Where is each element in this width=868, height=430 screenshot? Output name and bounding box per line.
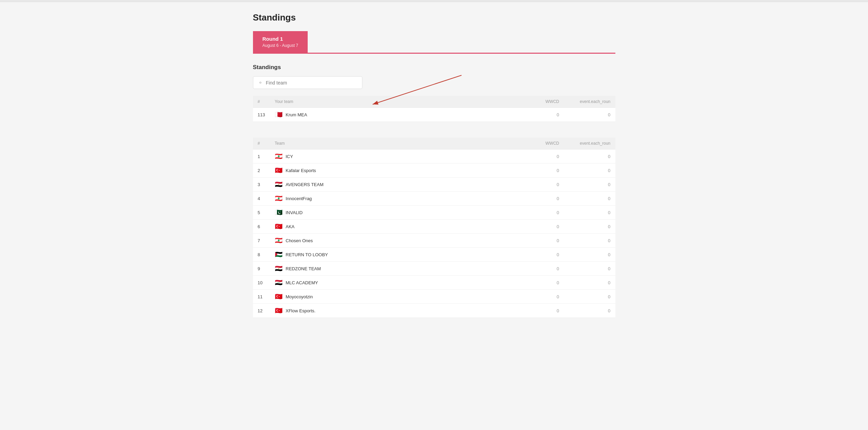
rank-cell: 12 — [253, 304, 270, 318]
wwcd-cell: 0 — [523, 206, 564, 220]
table-row: 4 🇱🇧 InnocentFrag 0 0 — [253, 192, 615, 206]
main-col-each: event.each_roun — [564, 138, 615, 149]
table-row: 9 🇪🇬 REDZONE TEAM 0 0 — [253, 262, 615, 276]
table-row: 3 🇪🇬 AVENGERS TEAM 0 0 — [253, 178, 615, 192]
rank-cell: 113 — [253, 108, 270, 122]
your-team-col-wwcd: WWCD — [523, 96, 564, 108]
page-title: Standings — [253, 12, 615, 23]
table-row: 12 🇹🇷 XFlow Esports. 0 0 — [253, 304, 615, 318]
team-cell: 🇹🇷 XFlow Esports. — [270, 304, 523, 318]
your-team-table: # Your team WWCD event.each_roun 113 🇧🇭 … — [253, 96, 615, 122]
team-flag: 🇵🇰 — [275, 210, 282, 215]
table-row: 5 🇵🇰 INVALID 0 0 — [253, 206, 615, 220]
wwcd-cell: 0 — [523, 164, 564, 178]
rank-cell: 8 — [253, 248, 270, 262]
rank-cell: 5 — [253, 206, 270, 220]
team-cell: 🇱🇧 InnocentFrag — [270, 192, 523, 206]
round-tab-1[interactable]: Round 1 August 6 - August 7 — [253, 31, 308, 53]
team-flag: 🇵🇸 — [275, 252, 282, 257]
team-name: RETURN TO LOOBY — [286, 252, 328, 257]
each-round-cell: 0 — [564, 290, 615, 304]
table-row: 8 🇵🇸 RETURN TO LOOBY 0 0 — [253, 248, 615, 262]
wwcd-cell: 0 — [523, 276, 564, 290]
main-col-wwcd: WWCD — [523, 138, 564, 149]
search-icon: ⚬ — [258, 79, 263, 86]
your-team-header-row: # Your team WWCD event.each_roun — [253, 96, 615, 108]
wwcd-cell: 0 — [523, 234, 564, 248]
team-name: ICY — [286, 154, 293, 159]
team-flag: 🇹🇷 — [275, 168, 282, 173]
round-tab-label: Round 1 — [263, 36, 298, 42]
each-round-cell: 0 — [564, 234, 615, 248]
wwcd-cell: 0 — [523, 262, 564, 276]
table-row: 11 🇹🇷 Moyocoyotzin 0 0 — [253, 290, 615, 304]
rounds-bar: Round 1 August 6 - August 7 — [253, 31, 615, 54]
wwcd-cell: 0 — [523, 220, 564, 234]
main-header-row: # Team WWCD event.each_roun — [253, 138, 615, 149]
each-round-cell: 0 — [564, 262, 615, 276]
wwcd-cell: 0 — [523, 192, 564, 206]
rank-cell: 10 — [253, 276, 270, 290]
wwcd-cell: 0 — [523, 304, 564, 318]
wwcd-cell: 0 — [523, 149, 564, 164]
rank-cell: 4 — [253, 192, 270, 206]
team-name: Moyocoyotzin — [286, 294, 313, 299]
table-row: 2 🇹🇷 Kafalar Esports 0 0 — [253, 164, 615, 178]
team-name: AVENGERS TEAM — [286, 182, 324, 187]
each-round-cell: 0 — [564, 164, 615, 178]
rank-cell: 6 — [253, 220, 270, 234]
team-flag: 🇹🇷 — [275, 308, 282, 313]
team-name: MLC ACADEMY — [286, 280, 318, 285]
each-round-cell: 0 — [564, 220, 615, 234]
main-col-team: Team — [270, 138, 523, 149]
rank-cell: 7 — [253, 234, 270, 248]
each-round-cell: 0 — [564, 206, 615, 220]
team-cell: 🇹🇷 Moyocoyotzin — [270, 290, 523, 304]
team-cell: 🇹🇷 Kafalar Esports — [270, 164, 523, 178]
rank-cell: 1 — [253, 149, 270, 164]
each-round-cell: 0 — [564, 304, 615, 318]
wwcd-cell: 0 — [523, 290, 564, 304]
your-team-col-rank: # — [253, 96, 270, 108]
your-team-col-name: Your team — [270, 96, 523, 108]
team-name: REDZONE TEAM — [286, 266, 321, 271]
team-cell: 🇱🇧 ICY — [270, 149, 523, 164]
table-row: 1 🇱🇧 ICY 0 0 — [253, 149, 615, 164]
team-name: INVALID — [286, 210, 303, 215]
team-name: InnocentFrag — [286, 196, 312, 201]
main-standings-table: # Team WWCD event.each_roun 1 🇱🇧 ICY 0 0… — [253, 138, 615, 318]
each-round-cell: 0 — [564, 178, 615, 192]
each-round-cell: 0 — [564, 108, 615, 122]
rank-cell: 3 — [253, 178, 270, 192]
team-flag: 🇱🇧 — [275, 154, 282, 159]
search-box[interactable]: ⚬ — [253, 76, 362, 89]
team-flag: 🇧🇭 — [275, 112, 282, 117]
section-title: Standings — [253, 64, 615, 71]
team-name: XFlow Esports. — [286, 308, 316, 313]
rank-cell: 2 — [253, 164, 270, 178]
table-row: 6 🇹🇷 AKA 0 0 — [253, 220, 615, 234]
team-cell: 🇪🇬 REDZONE TEAM — [270, 262, 523, 276]
team-cell: 🇹🇷 AKA — [270, 220, 523, 234]
wwcd-cell: 0 — [523, 178, 564, 192]
your-team-row: 113 🇧🇭 Krum MEA 0 0 — [253, 108, 615, 122]
wwcd-cell: 0 — [523, 248, 564, 262]
team-name: Kafalar Esports — [286, 168, 316, 173]
team-flag: 🇱🇧 — [275, 196, 282, 201]
each-round-cell: 0 — [564, 149, 615, 164]
team-flag: 🇹🇷 — [275, 224, 282, 229]
each-round-cell: 0 — [564, 248, 615, 262]
team-flag: 🇱🇧 — [275, 238, 282, 243]
round-tab-date: August 6 - August 7 — [263, 43, 298, 48]
team-cell: 🇱🇧 Chosen Ones — [270, 234, 523, 248]
team-cell: 🇵🇸 RETURN TO LOOBY — [270, 248, 523, 262]
each-round-cell: 0 — [564, 276, 615, 290]
team-flag: 🇪🇬 — [275, 182, 282, 187]
table-row: 7 🇱🇧 Chosen Ones 0 0 — [253, 234, 615, 248]
team-flag: 🇮🇶 — [275, 280, 282, 285]
team-name: Chosen Ones — [286, 238, 313, 243]
team-cell: 🇪🇬 AVENGERS TEAM — [270, 178, 523, 192]
search-input[interactable] — [266, 80, 357, 86]
team-cell: 🇵🇰 INVALID — [270, 206, 523, 220]
team-name: AKA — [286, 224, 295, 229]
